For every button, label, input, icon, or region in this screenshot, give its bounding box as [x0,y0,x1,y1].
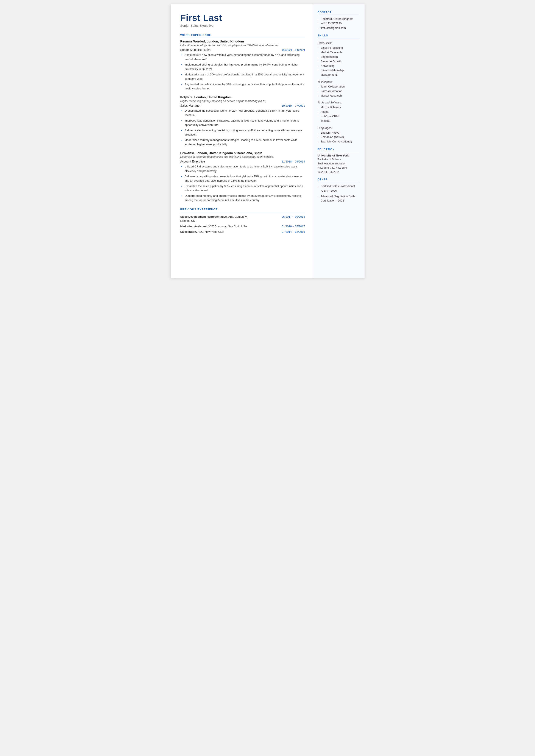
other-list: Certified Sales Professional (CSP) - 202… [318,184,360,203]
prev-exp-1-dates: 06/2017 – 10/2018 [255,214,305,224]
job-2-bullet-2: Improved lead generation strategies, cau… [181,119,305,127]
prev-exp-2-dates: 01/2016 – 05/2017 [255,224,305,229]
hard-skill-5: Networking [318,64,360,68]
company-2-name: Polyhire, [180,96,193,99]
resume-container: First Last Senior Sales Executive WORK E… [171,4,365,278]
job-1-bullet-3: Motivated a team of 20+ sales profession… [181,72,305,81]
hard-skill-6: Client Relationship Management [318,68,360,77]
prev-exp-row-1: Sales Development Representative, ABC Co… [180,214,305,224]
contact-location: Rochford, United Kingdom [318,17,360,21]
hard-skill-4: Revenue Growth [318,59,360,64]
job-3: Growthsi, London, United Kingdom & Barce… [180,151,305,202]
job-1-bullet-2: Implemented pricing strategies that impr… [181,63,305,71]
skills-section-title: SKILLS [318,34,360,38]
tools-list: Microsoft Teams Asana HubSpot CRM Tablea… [318,105,360,123]
job-2-bullet-1: Orchestrated the successful launch of 20… [181,109,305,117]
job-3-dates: 11/2018 – 09/2019 [282,160,305,163]
techniques-label: Techniques: [318,80,360,83]
previous-experience-section-title: PREVIOUS EXPERIENCE [180,208,305,212]
company-2-rest: London, United Kingdom [193,96,232,99]
company-1-header: Resume Worded, London, United Kingdom [180,40,305,43]
hard-skill-2: Market Research [318,50,360,55]
contact-list: Rochford, United Kingdom +44 1234567890 … [318,17,360,30]
job-2-role: Sales Manager [180,104,201,107]
job-1-dates: 08/2021 – Present [282,48,305,51]
candidate-title: Senior Sales Executive [180,24,305,27]
hard-skills-list: Sales Forecasting Market Research Segmen… [318,46,360,77]
job-2-bullet-3: Refined sales forecasting precision, cut… [181,128,305,137]
prev-exp-1-role: Sales Development Representative, ABC Co… [180,214,255,224]
other-section-title: OTHER [318,178,360,182]
company-3-rest: London, United Kingdom & Barcelona, Spai… [195,151,262,155]
job-3-bullet-4: Outperformed monthly and quarterly sales… [181,194,305,202]
job-2: Polyhire, London, United Kingdom Digital… [180,96,305,147]
prev-exp-3-role-bold: Sales Intern, [180,230,197,234]
hard-skill-3: Segmentation [318,55,360,59]
technique-3: Market Research [318,94,360,98]
prev-exp-2-role-rest: XYZ Company, New York, USA [208,225,247,228]
job-1-bullet-1: Acquired 50+ new clients within a year, … [181,53,305,61]
tool-4: Tableau [318,119,360,123]
company-2-header: Polyhire, London, United Kingdom [180,96,305,99]
other-1: Certified Sales Professional (CSP) - 202… [318,184,360,193]
contact-section-title: CONTACT [318,11,360,15]
tools-label: Tools and Software: [318,101,360,104]
tool-2: Asana [318,110,360,114]
job-1-bullet-4: Augmented the sales pipeline by 60%, ens… [181,82,305,91]
job-3-bullet-2: Delivered compelling sales presentations… [181,174,305,183]
job-1-role-line: Senior Sales Executive 08/2021 – Present [180,48,305,51]
company-1-subtitle: Education technology startup with 50+ em… [180,43,305,47]
job-3-bullet-1: Utilized CRM systems and sales automatio… [181,164,305,173]
edu-degree: Bachelor of Science [318,157,360,162]
contact-phone: +44 1234567890 [318,21,360,26]
job-3-bullets: Utilized CRM systems and sales automatio… [180,164,305,202]
company-2-subtitle: Digital marketing agency focusing on sea… [180,99,305,102]
previous-experience-table: Sales Development Representative, ABC Co… [180,214,305,235]
work-experience-section-title: WORK EXPERIENCE [180,33,305,38]
edu-dates: 10/2011 - 06/2014 [318,170,360,174]
company-3-subtitle: Expertise in fostering relationships and… [180,155,305,158]
hard-skills-label: Hard Skills: [318,42,360,44]
education-block: University of New York Bachelor of Scien… [318,154,360,174]
prev-exp-1-role-bold: Sales Development Representative, [180,215,228,218]
company-1-name: Resume Worded, [180,40,206,43]
language-2: Romanian (Native) [318,135,360,139]
prev-exp-3-role-rest: ABC, New York, USA [197,230,224,234]
candidate-name: First Last [180,13,305,23]
tool-1: Microsoft Teams [318,105,360,110]
prev-exp-2-role-bold: Marketing Assistant, [180,225,208,228]
edu-school: University of New York [318,154,360,157]
job-1-bullets: Acquired 50+ new clients within a year, … [180,53,305,91]
techniques-list: Team Collaboration Sales Automation Mark… [318,84,360,98]
job-3-role-line: Account Executive 11/2018 – 09/2019 [180,160,305,163]
tool-3: HubSpot CRM [318,114,360,119]
prev-exp-2-role: Marketing Assistant, XYZ Company, New Yo… [180,224,255,229]
contact-email: first.last@gmail.com [318,26,360,30]
company-3-name: Growthsi, [180,151,195,155]
language-1: English (Native) [318,130,360,135]
job-2-role-line: Sales Manager 10/2019 – 07/2021 [180,104,305,107]
company-3-header: Growthsi, London, United Kingdom & Barce… [180,151,305,155]
job-2-bullets: Orchestrated the successful launch of 20… [180,109,305,147]
job-2-bullet-4: Modernized territory management strategi… [181,138,305,147]
job-1-role: Senior Sales Executive [180,48,211,51]
job-3-bullet-3: Expanded the sales pipeline by 33%, ensu… [181,184,305,193]
company-1-rest: London, United Kingdom [206,40,244,43]
left-column: First Last Senior Sales Executive WORK E… [171,4,313,278]
hard-skill-1: Sales Forecasting [318,46,360,50]
right-column: CONTACT Rochford, United Kingdom +44 123… [313,4,365,278]
other-2: Advanced Negotiation Skills Certificatio… [318,194,360,203]
languages-list: English (Native) Romanian (Native) Spani… [318,130,360,144]
header-section: First Last Senior Sales Executive [180,13,305,27]
languages-label: Languages: [318,126,360,129]
technique-1: Team Collaboration [318,84,360,89]
prev-exp-row-2: Marketing Assistant, XYZ Company, New Yo… [180,224,305,229]
prev-exp-3-dates: 07/2014 – 12/2015 [255,229,305,235]
edu-field: Business Administration [318,162,360,166]
prev-exp-3-role: Sales Intern, ABC, New York, USA [180,229,255,235]
education-section-title: EDUCATION [318,148,360,152]
language-3: Spanish (Conversational) [318,139,360,144]
edu-location: New York City, New York [318,166,360,170]
job-1: Resume Worded, London, United Kingdom Ed… [180,40,305,91]
job-2-dates: 10/2019 – 07/2021 [282,104,305,107]
